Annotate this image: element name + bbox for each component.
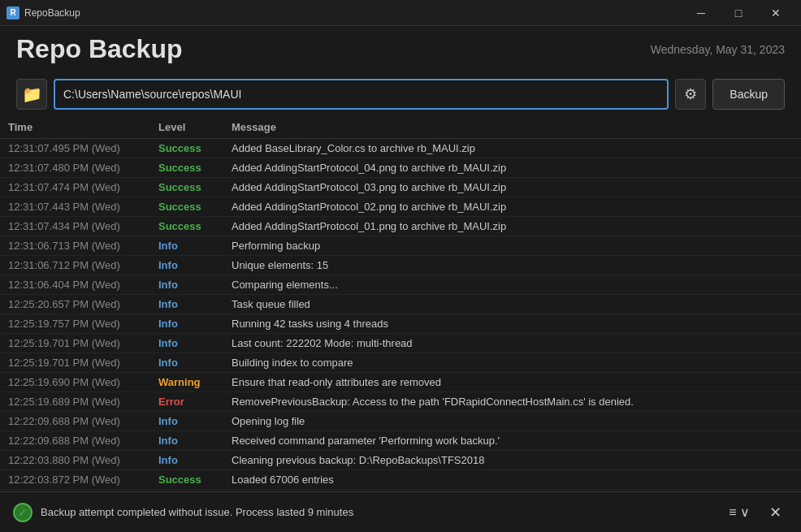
col-header-time: Time bbox=[0, 116, 150, 139]
log-body: 12:31:07.495 PM (Wed)SuccessAdded BaseLi… bbox=[0, 139, 801, 492]
title-bar: R RepoBackup ─ □ ✕ bbox=[0, 0, 801, 26]
log-level: Warning bbox=[150, 373, 223, 392]
log-message: Added AddingStartProtocol_03.png to arch… bbox=[223, 178, 801, 197]
log-level: Info bbox=[150, 295, 223, 314]
close-button[interactable]: ✕ bbox=[757, 0, 795, 26]
log-time: 12:22:09.688 PM (Wed) bbox=[0, 412, 150, 431]
status-menu-button[interactable]: ≡ ∨ bbox=[722, 501, 756, 523]
status-close-button[interactable]: ✕ bbox=[763, 500, 788, 525]
table-row: 12:25:19.757 PM (Wed)InfoRunning 42 task… bbox=[0, 314, 801, 334]
log-level: Success bbox=[150, 197, 223, 217]
log-time: 12:25:19.757 PM (Wed) bbox=[0, 314, 150, 334]
minimize-button[interactable]: ─ bbox=[682, 0, 720, 26]
log-level: Info bbox=[150, 314, 223, 334]
chevron-down-icon: ∨ bbox=[740, 505, 750, 519]
table-row: 12:25:19.689 PM (Wed)ErrorRemovePrevious… bbox=[0, 392, 801, 412]
app-title-label: RepoBackup bbox=[24, 7, 80, 19]
col-header-message: Message bbox=[223, 116, 801, 139]
log-time: 12:31:07.495 PM (Wed) bbox=[0, 139, 150, 158]
log-level: Info bbox=[150, 236, 223, 256]
main-area: Repo Backup Wednesday, May 31, 2023 📁 ⚙ … bbox=[0, 26, 801, 532]
maximize-button[interactable]: □ bbox=[720, 0, 757, 26]
log-time: 12:31:06.712 PM (Wed) bbox=[0, 256, 150, 275]
log-time: 12:31:07.474 PM (Wed) bbox=[0, 178, 150, 197]
log-time: 12:22:09.688 PM (Wed) bbox=[0, 431, 150, 451]
path-input[interactable] bbox=[54, 79, 669, 110]
log-level: Info bbox=[150, 334, 223, 353]
log-message: Added AddingStartProtocol_04.png to arch… bbox=[223, 158, 801, 178]
table-row: 12:31:07.495 PM (Wed)SuccessAdded BaseLi… bbox=[0, 139, 801, 158]
log-level: Success bbox=[150, 139, 223, 158]
log-level: Success bbox=[150, 178, 223, 197]
status-icon: ✓ bbox=[13, 503, 32, 522]
date-display: Wednesday, May 31, 2023 bbox=[651, 43, 785, 56]
table-row: 12:31:06.713 PM (Wed)InfoPerforming back… bbox=[0, 236, 801, 256]
folder-button[interactable]: 📁 bbox=[16, 79, 47, 110]
table-row: 12:25:20.657 PM (Wed)InfoTask queue fill… bbox=[0, 295, 801, 314]
log-time: 12:31:07.443 PM (Wed) bbox=[0, 197, 150, 217]
log-message: Added AddingStartProtocol_02.png to arch… bbox=[223, 197, 801, 217]
table-header-row: Time Level Message bbox=[0, 116, 801, 139]
log-time: 12:25:19.701 PM (Wed) bbox=[0, 334, 150, 353]
toolbar: 📁 ⚙ Backup bbox=[0, 72, 801, 116]
log-time: 12:31:07.480 PM (Wed) bbox=[0, 158, 150, 178]
log-time: 12:31:06.404 PM (Wed) bbox=[0, 275, 150, 295]
table-row: 12:22:09.688 PM (Wed)InfoOpening log fil… bbox=[0, 412, 801, 431]
log-time: 12:31:06.713 PM (Wed) bbox=[0, 236, 150, 256]
log-message: Cleaning previous backup: D:\RepoBackups… bbox=[223, 451, 801, 470]
table-row: 12:31:06.712 PM (Wed)InfoUnique elements… bbox=[0, 256, 801, 275]
app-title-plain: Repo bbox=[16, 34, 89, 63]
log-message: Performing backup bbox=[223, 236, 801, 256]
log-message: Received command parameter 'Performing w… bbox=[223, 431, 801, 451]
log-message: Last count: 222202 Mode: multi-thread bbox=[223, 334, 801, 353]
status-right: ≡ ∨ ✕ bbox=[722, 500, 788, 525]
log-table: Time Level Message 12:31:07.495 PM (Wed)… bbox=[0, 116, 801, 491]
log-level: Info bbox=[150, 431, 223, 451]
log-level: Success bbox=[150, 158, 223, 178]
table-row: 12:25:19.701 PM (Wed)InfoBuilding index … bbox=[0, 353, 801, 373]
status-bar: ✓ Backup attempt completed without issue… bbox=[0, 491, 801, 532]
table-row: 12:22:03.872 PM (Wed)SuccessLoaded 67006… bbox=[0, 470, 801, 490]
table-row: 12:31:07.474 PM (Wed)SuccessAdded Adding… bbox=[0, 178, 801, 197]
log-level: Info bbox=[150, 451, 223, 470]
log-level: Success bbox=[150, 470, 223, 490]
log-message: Ensure that read-only attributes are rem… bbox=[223, 373, 801, 392]
app-title-bold: Backup bbox=[89, 34, 183, 63]
log-time: 12:22:03.880 PM (Wed) bbox=[0, 451, 150, 470]
table-row: 12:31:07.434 PM (Wed)SuccessAdded Adding… bbox=[0, 217, 801, 236]
status-message: Backup attempt completed without issue. … bbox=[41, 506, 353, 518]
settings-button[interactable]: ⚙ bbox=[675, 79, 706, 110]
title-bar-left: R RepoBackup bbox=[6, 6, 80, 19]
log-time: 12:31:07.434 PM (Wed) bbox=[0, 217, 150, 236]
table-row: 12:31:07.480 PM (Wed)SuccessAdded Adding… bbox=[0, 158, 801, 178]
log-time: 12:25:19.689 PM (Wed) bbox=[0, 392, 150, 412]
log-message: Unique elements: 15 bbox=[223, 256, 801, 275]
check-icon: ✓ bbox=[18, 506, 28, 519]
log-time: 12:25:20.657 PM (Wed) bbox=[0, 295, 150, 314]
table-row: 12:25:19.701 PM (Wed)InfoLast count: 222… bbox=[0, 334, 801, 353]
log-container[interactable]: Time Level Message 12:31:07.495 PM (Wed)… bbox=[0, 116, 801, 491]
log-message: Loaded 67006 entries bbox=[223, 470, 801, 490]
log-message: Added BaseLibrary_Color.cs to archive rb… bbox=[223, 139, 801, 158]
log-time: 12:25:19.701 PM (Wed) bbox=[0, 353, 150, 373]
log-wrapper: Time Level Message 12:31:07.495 PM (Wed)… bbox=[0, 116, 801, 491]
backup-button[interactable]: Backup bbox=[712, 79, 785, 110]
log-level: Info bbox=[150, 353, 223, 373]
log-time: 12:22:03.872 PM (Wed) bbox=[0, 470, 150, 490]
log-level: Info bbox=[150, 412, 223, 431]
col-header-level: Level bbox=[150, 116, 223, 139]
table-row: 12:31:06.404 PM (Wed)InfoComparing eleme… bbox=[0, 275, 801, 295]
window-controls: ─ □ ✕ bbox=[682, 0, 795, 26]
menu-icon: ≡ bbox=[729, 505, 736, 519]
table-row: 12:31:07.443 PM (Wed)SuccessAdded Adding… bbox=[0, 197, 801, 217]
app-header: Repo Backup Wednesday, May 31, 2023 bbox=[0, 26, 801, 72]
log-level: Success bbox=[150, 217, 223, 236]
log-message: Task queue filled bbox=[223, 295, 801, 314]
log-message: Building index to compare bbox=[223, 353, 801, 373]
table-row: 12:22:03.880 PM (Wed)InfoCleaning previo… bbox=[0, 451, 801, 470]
status-left: ✓ Backup attempt completed without issue… bbox=[13, 503, 353, 522]
log-time: 12:25:19.690 PM (Wed) bbox=[0, 373, 150, 392]
app-icon: R bbox=[6, 6, 19, 19]
log-level: Info bbox=[150, 256, 223, 275]
log-message: Opening log file bbox=[223, 412, 801, 431]
